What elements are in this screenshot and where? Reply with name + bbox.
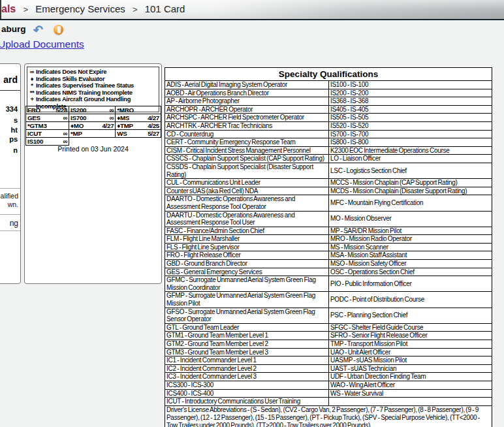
qualification-expiry: 5/27 xyxy=(148,130,159,137)
specialty-abbrev-left: GFMP - Surrogate Unmanned Aerial System … xyxy=(165,292,329,308)
specialty-abbrev-left: GES - General Emergency Services xyxy=(165,268,329,276)
specialty-table-row: IC2 - Incident Commander Level 2UAST - s… xyxy=(165,364,492,373)
specialty-abbrev-right: LSC - Logistics Section Chief xyxy=(329,163,492,178)
specialty-abbrev-left: DAARTU - Domestic Operations Awareness a… xyxy=(165,211,329,227)
specialty-abbrev-left: CERT - Community Emergency Response Team xyxy=(165,138,329,147)
card-front-line-fragment: n xyxy=(13,146,18,154)
specialty-abbrev-right: LO - Liaison Officer xyxy=(329,155,492,163)
specialty-table-row: FLM - Flight Line MarshallerMRO - Missio… xyxy=(165,235,492,244)
specialty-table-row: FRO - Flight Release OfficerMSA - Missio… xyxy=(165,251,492,260)
printed-on-date: Printed on 03 Jun 2024 xyxy=(25,145,161,153)
specialty-abbrev-left: FLM - Flight Line Marshaller xyxy=(165,235,329,244)
specialty-abbrev-right: PODC - Point of Distribution Course xyxy=(329,292,492,308)
empty-cell xyxy=(116,138,161,146)
specialty-table-row: Counter sUAS (aka Red Cell) NDAMCDS - Mi… xyxy=(165,187,492,195)
specialty-abbrev-right: MFC - Mountain Flying Certification xyxy=(329,195,492,211)
qualification-expiry: 4/25 xyxy=(148,122,159,129)
specialty-abbrev-left: GTM2 - Ground Team Member Level 2 xyxy=(165,340,329,349)
legend-item: ∞Indicates Does Not Expire xyxy=(28,69,158,76)
specialty-abbrev-left: CSSDS - Chaplain Support Specialist (Dis… xyxy=(165,163,329,178)
specialty-abbrev-left: ICUT - Introductory Communications User … xyxy=(165,398,329,406)
specialty-table-row: CISM - Critical Incident Stress Manageme… xyxy=(165,146,492,155)
upload-documents-link[interactable]: Upload Documents xyxy=(0,39,84,50)
specialty-abbrev-left: GTL - Ground Team Leader xyxy=(165,323,329,332)
specialty-abbrev-right: MSA - Mission Staff Assistant xyxy=(329,251,492,260)
qualification-expiry: ∞ xyxy=(63,138,67,145)
legend-symbol: ∞ xyxy=(28,69,36,76)
specialty-abbrev-right: MS - Mission Scanner xyxy=(329,243,492,251)
qualification-expiry: ∞ xyxy=(63,114,67,121)
qualification-abbr: *GTM3 xyxy=(27,122,47,129)
specialty-abbrev-left: CSSCS - Chaplain Support Specialist (CAP… xyxy=(165,155,329,163)
specialty-abbrev-right: MCDS - Mission Chaplain (Disaster Suppor… xyxy=(329,187,492,195)
specialty-abbrev-left: FASC - Finance/Admin Section Chief xyxy=(165,227,329,235)
specialty-table-row: DAARTO - Domestic Operations Awareness a… xyxy=(165,195,492,211)
orange-orb-icon[interactable] xyxy=(54,25,63,35)
specialty-abbrev-left: IC3 - Incident Commander Level 3 xyxy=(165,373,329,381)
qualification-cell: IS700∞ xyxy=(69,114,116,122)
specialty-abbrev-left: AOBD - Air Operations Branch Director xyxy=(165,89,329,97)
specialty-abbrev-right: IS800 - IS-800 xyxy=(329,138,492,147)
specialty-abbrev-right: MSO - Mission Safety Officer xyxy=(329,260,492,268)
drivers-license-abbreviations: Driver's License Abbreviations - (S - Se… xyxy=(165,405,492,427)
specialty-abbrev-right: UAST - sUAS Technician xyxy=(329,364,492,373)
qualification-abbr: ICUT xyxy=(27,130,42,137)
specialty-table-row: GTL - Ground Team LeaderSFGC - Shelter F… xyxy=(165,323,492,332)
qualification-expiry: 4/27 xyxy=(102,122,114,129)
qualification-cell: FRO5/28 xyxy=(26,106,69,114)
specialty-table-row: ICS300 - ICS-300WAO - Wing Alert Officer xyxy=(165,381,492,389)
specialty-table-row: CUL - Communications Unit LeaderMCCS - M… xyxy=(165,179,492,187)
specialty-qualifications-table: Specialty Qualifications ADIS - Aerial D… xyxy=(165,67,492,427)
specialty-table-row: ARCHSPC - ARCHER Field Spectrometer Oper… xyxy=(165,114,492,122)
specialty-abbrev-left: ICS400 - ICS-400 xyxy=(165,389,329,398)
specialty-table-row: AP - Airborne PhotographerIS368 - IS-368 xyxy=(165,97,492,106)
card-front-line-fragment: ps xyxy=(9,135,18,143)
undo-icon[interactable]: ↶ xyxy=(33,25,44,35)
member-name-fragment: aburg xyxy=(1,24,26,34)
card-front-divider xyxy=(0,230,20,231)
specialty-abbrev-left: ADIS - Aerial Digital Imaging System Ope… xyxy=(165,81,329,89)
card-front-title-rule xyxy=(0,90,20,91)
specialty-abbrev-right: PIO - Public Information Officer xyxy=(329,276,492,292)
qualification-abbr: ♦MS xyxy=(117,114,129,121)
specialty-table-row: ICUT - Introductory Communications User … xyxy=(165,398,492,406)
card-front-divider xyxy=(0,214,20,215)
specialty-abbrev-left: CUL - Communications Unit Leader xyxy=(165,179,329,187)
specialty-abbrev-left: FLS - Flight Line Supervisor xyxy=(165,243,329,251)
specialty-table-row: GBD - Ground Branch DirectorMSO - Missio… xyxy=(165,260,492,268)
specialty-abbrev-right: MCCS - Mission Chaplain (CAP Support Rat… xyxy=(329,179,492,187)
specialty-table-row: ARCHOPR - ARCHER OperatorIS405 - IS-405 xyxy=(165,105,492,114)
specialty-table-title: Specialty Qualifications xyxy=(165,68,492,81)
specialty-abbrev-left: GFSO - Surrogate Unmanned Aerial System … xyxy=(165,308,329,323)
specialty-abbrev-left: IC1 - Incident Commander Level 1 xyxy=(165,356,329,365)
specialty-abbrev-right: IS405 - IS-405 xyxy=(329,105,492,114)
qualification-expiry: 4/27 xyxy=(148,114,159,121)
specialty-abbrev-right: IS520 - IS-520 xyxy=(329,121,492,130)
specialty-table-row: AOBD - Air Operations Branch DirectorIS2… xyxy=(165,89,492,97)
specialty-abbrev-right: PSC - Planning Section Chief xyxy=(329,308,492,323)
breadcrumb-parent-link[interactable]: als xyxy=(1,3,16,14)
specialty-abbrev-left: CISM - Critical Incident Stress Manageme… xyxy=(165,146,329,155)
legend-symbol: + xyxy=(28,96,36,103)
specialty-abbrev-right: SFGC - Shelter Field Guide Course xyxy=(329,323,492,332)
specialty-table-row: CSSCS - Chaplain Support Specialist (CAP… xyxy=(165,155,492,163)
specialty-abbrev-left: ARCHSPC - ARCHER Field Spectrometer Oper… xyxy=(165,114,329,122)
card-front-title-fragment: ard xyxy=(3,74,18,85)
qualification-cell: IS100∞ xyxy=(26,138,69,146)
qualification-cell: GES∞ xyxy=(26,114,69,122)
specialty-table-row: ARCHTRK - ARCHER Trac TechniciansIS520 -… xyxy=(165,121,492,130)
qualification-expiry: ∞ xyxy=(63,130,67,137)
specialty-table-row: GFMC - Surrogate Unmanned Aerial System … xyxy=(165,276,492,292)
breadcrumb-item-emergency-services[interactable]: Emergency Services xyxy=(35,3,125,14)
specialty-abbrev-right: IS700 - IS-700 xyxy=(329,130,492,138)
card-front-divider xyxy=(0,188,20,189)
specialty-abbrev-left: FRO - Flight Release Officer xyxy=(165,251,329,260)
qualification-abbr: *MRO xyxy=(117,106,133,114)
card-front-note-fragment: alified xyxy=(1,192,18,200)
specialty-table-row: IC1 - Incident Commander Level 1UASMP - … xyxy=(165,356,492,365)
qualification-cell: ♦TMP4/25 xyxy=(116,122,161,130)
qualification-abbr: GES xyxy=(27,114,40,121)
specialty-abbrev-right: IS200 - IS-200 xyxy=(329,89,492,97)
qualification-cell: WS5/27 xyxy=(116,130,161,138)
specialty-abbrev-left: ARCHTRK - ARCHER Trac Technicians xyxy=(165,121,329,130)
